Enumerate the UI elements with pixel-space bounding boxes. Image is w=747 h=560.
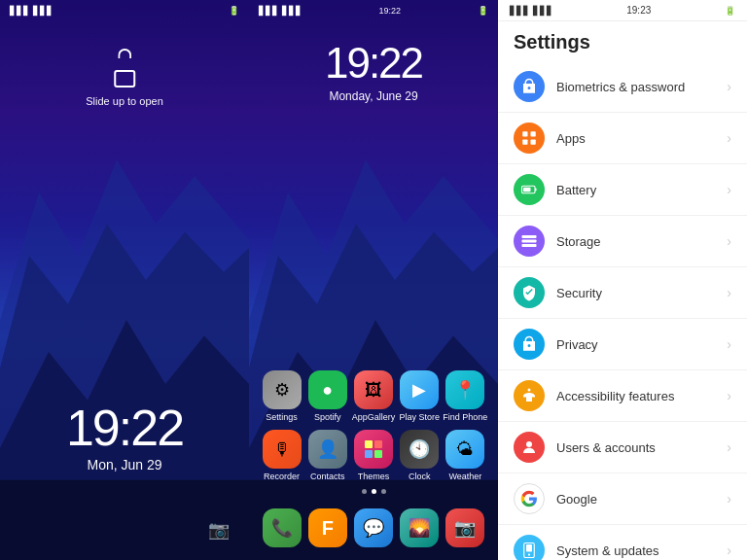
settings-item-storage[interactable]: Storage › (498, 216, 747, 267)
page-dots (259, 489, 488, 494)
dot-3 (381, 489, 386, 494)
app-spotify[interactable]: ● Spotify (306, 370, 349, 422)
storage-chevron: › (727, 233, 731, 249)
settings-item-google[interactable]: Google › (498, 473, 747, 525)
recorder-app-label: Recorder (264, 472, 300, 481)
users-label: Users & accounts (556, 440, 727, 455)
svg-rect-11 (374, 450, 382, 458)
svg-rect-17 (535, 189, 537, 192)
app-gallery[interactable]: 🖼 AppGallery (352, 370, 395, 422)
recorder-app-icon: 🎙 (263, 430, 302, 469)
svg-rect-15 (531, 140, 536, 145)
themes-app-icon (354, 430, 393, 469)
app-row-1: ⚙ Settings ● Spotify 🖼 AppGallery ▶ Play… (259, 370, 488, 422)
home-date: Monday, June 29 (249, 89, 498, 103)
storage-icon (514, 226, 545, 257)
app-findphone[interactable]: 📍 Find Phone (444, 370, 486, 422)
svg-point-26 (528, 553, 530, 555)
dock-phone[interactable]: 📞 (261, 508, 303, 550)
dot-1 (362, 489, 367, 494)
google-chevron: › (727, 491, 731, 507)
camera-dock-icon: 📷 (445, 508, 484, 547)
users-icon (514, 432, 545, 463)
app-play[interactable]: ▶ Play Store (398, 370, 441, 422)
biometrics-label: Biometrics & password (556, 80, 727, 94)
google-icon (514, 483, 545, 514)
findphone-app-label: Find Phone (443, 412, 487, 422)
settings-item-accessibility[interactable]: Accessibility features › (498, 370, 747, 422)
svg-rect-21 (522, 244, 537, 247)
system-icon (514, 535, 545, 560)
biometrics-chevron: › (727, 79, 731, 94)
app-contacts[interactable]: 👤 Contacts (306, 430, 349, 481)
dock-photos[interactable]: 🌄 (398, 508, 441, 550)
camera-icon[interactable]: 📷 (208, 519, 230, 541)
contacts-app-icon: 👤 (308, 430, 347, 469)
settings-header: Settings (498, 21, 747, 61)
weather-app-label: Weather (448, 472, 481, 481)
settings-item-security[interactable]: Security › (498, 267, 747, 319)
findphone-app-icon: 📍 (445, 370, 484, 409)
home-time-display: 19:22 (249, 39, 498, 88)
phone-dock-icon: 📞 (263, 508, 302, 547)
dock-camera[interactable]: 📷 (444, 508, 486, 550)
google-label: Google (556, 492, 727, 507)
accessibility-label: Accessibility features (556, 389, 727, 403)
app-row-2: 🎙 Recorder 👤 Contacts Themes 🕙 Clock 🌤 W… (259, 430, 488, 481)
settings-item-apps[interactable]: Apps › (498, 113, 747, 164)
privacy-label: Privacy (556, 337, 727, 352)
home-screen-panel: ▋▋▋ ▋▋▋ 19:22 🔋 19:22 Monday, June 29 ⚙ … (249, 0, 498, 560)
battery-icon (514, 174, 545, 205)
home-signal: ▋▋▋ ▋▋▋ (259, 6, 302, 16)
settings-item-system[interactable]: System & updates › (498, 525, 747, 560)
settings-item-battery[interactable]: Battery › (498, 164, 747, 216)
privacy-chevron: › (727, 336, 731, 352)
photos-dock-icon: 🌄 (400, 508, 439, 547)
lock-battery: 🔋 (229, 6, 239, 16)
messages-dock-icon: 💬 (354, 508, 393, 547)
system-chevron: › (727, 542, 731, 558)
dock-files[interactable]: F (306, 508, 349, 550)
play-app-label: Play Store (399, 412, 440, 422)
dock: 📞 F 💬 🌄 📷 (259, 508, 488, 550)
users-chevron: › (727, 439, 731, 455)
dot-2 (372, 489, 376, 494)
settings-item-users[interactable]: Users & accounts › (498, 422, 747, 473)
settings-panel: ▋▋▋ ▋▋▋ 19:23 🔋 Settings Biometrics & pa… (498, 0, 747, 560)
security-chevron: › (727, 285, 731, 300)
settings-item-biometrics[interactable]: Biometrics & password › (498, 61, 747, 113)
svg-point-23 (526, 441, 532, 447)
app-clock[interactable]: 🕙 Clock (398, 430, 441, 481)
settings-list: Biometrics & password › Apps › Battery ›… (498, 61, 747, 560)
security-label: Security (556, 286, 727, 300)
svg-rect-12 (522, 131, 527, 136)
lock-time-area: 19:22 Mon, Jun 29 (0, 402, 249, 472)
storage-label: Storage (556, 234, 727, 249)
security-icon (514, 277, 545, 308)
svg-rect-19 (522, 235, 537, 238)
privacy-icon (514, 329, 545, 360)
svg-rect-25 (526, 544, 532, 552)
app-recorder[interactable]: 🎙 Recorder (261, 430, 303, 481)
settings-battery: 🔋 (725, 6, 735, 16)
gallery-app-label: AppGallery (352, 412, 396, 422)
settings-status-bar: ▋▋▋ ▋▋▋ 19:23 🔋 (498, 0, 747, 21)
play-app-icon: ▶ (400, 370, 439, 409)
accessibility-chevron: › (727, 388, 731, 403)
settings-item-privacy[interactable]: Privacy › (498, 319, 747, 370)
app-weather[interactable]: 🌤 Weather (444, 430, 486, 481)
themes-app-label: Themes (358, 472, 390, 481)
svg-rect-18 (523, 188, 531, 192)
svg-rect-10 (365, 450, 373, 458)
dock-messages[interactable]: 💬 (352, 508, 395, 550)
app-settings[interactable]: ⚙ Settings (261, 370, 303, 422)
svg-rect-9 (374, 440, 382, 448)
app-themes[interactable]: Themes (352, 430, 395, 481)
apps-icon (514, 122, 545, 154)
settings-app-label: Settings (266, 412, 298, 422)
contacts-app-label: Contacts (310, 472, 345, 481)
battery-chevron: › (727, 182, 731, 197)
apps-label: Apps (556, 131, 727, 146)
clock-app-icon: 🕙 (400, 430, 439, 469)
app-grid: ⚙ Settings ● Spotify 🖼 AppGallery ▶ Play… (259, 370, 488, 502)
